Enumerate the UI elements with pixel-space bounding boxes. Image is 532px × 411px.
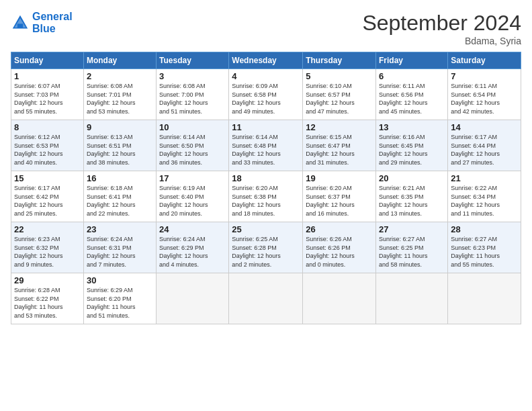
day-cell-17: 17Sunrise: 6:19 AM Sunset: 6:40 PM Dayli…	[157, 171, 229, 222]
logo-text: General Blue	[32, 11, 73, 34]
header-saturday: Saturday	[448, 52, 521, 69]
empty-cell	[229, 273, 303, 324]
header-tuesday: Tuesday	[157, 52, 229, 69]
calendar-week-1: 8Sunrise: 6:12 AM Sunset: 6:53 PM Daylig…	[11, 120, 521, 171]
day-number: 17	[159, 173, 226, 183]
day-number: 4	[232, 71, 300, 81]
calendar-header-row: SundayMondayTuesdayWednesdayThursdayFrid…	[11, 52, 521, 69]
calendar-week-2: 15Sunrise: 6:17 AM Sunset: 6:42 PM Dayli…	[11, 171, 521, 222]
day-cell-19: 19Sunrise: 6:20 AM Sunset: 6:37 PM Dayli…	[303, 171, 376, 222]
day-cell-30: 30Sunrise: 6:29 AM Sunset: 6:20 PM Dayli…	[83, 273, 156, 324]
day-cell-3: 3Sunrise: 6:08 AM Sunset: 7:00 PM Daylig…	[157, 69, 229, 120]
day-number: 12	[306, 122, 373, 132]
day-number: 3	[159, 71, 226, 81]
day-number: 13	[379, 122, 445, 132]
day-number: 19	[306, 173, 373, 183]
day-number: 24	[159, 224, 226, 234]
day-number: 30	[87, 275, 153, 285]
day-info: Sunrise: 6:10 AM Sunset: 6:57 PM Dayligh…	[306, 82, 373, 116]
day-cell-29: 29Sunrise: 6:28 AM Sunset: 6:22 PM Dayli…	[11, 273, 84, 324]
day-info: Sunrise: 6:13 AM Sunset: 6:51 PM Dayligh…	[87, 133, 153, 167]
day-info: Sunrise: 6:12 AM Sunset: 6:53 PM Dayligh…	[14, 133, 81, 167]
month-title: September 2024	[362, 11, 521, 36]
day-info: Sunrise: 6:15 AM Sunset: 6:47 PM Dayligh…	[306, 133, 373, 167]
day-number: 25	[232, 224, 300, 234]
calendar-week-3: 22Sunrise: 6:23 AM Sunset: 6:32 PM Dayli…	[11, 222, 521, 273]
day-number: 26	[306, 224, 373, 234]
header-monday: Monday	[83, 52, 156, 69]
page: General Blue September 2024 Bdama, Syria…	[0, 0, 532, 411]
calendar-week-0: 1Sunrise: 6:07 AM Sunset: 7:03 PM Daylig…	[11, 69, 521, 120]
day-cell-25: 25Sunrise: 6:25 AM Sunset: 6:28 PM Dayli…	[229, 222, 303, 273]
day-cell-22: 22Sunrise: 6:23 AM Sunset: 6:32 PM Dayli…	[11, 222, 84, 273]
day-info: Sunrise: 6:20 AM Sunset: 6:37 PM Dayligh…	[306, 184, 373, 218]
logo: General Blue	[11, 11, 73, 34]
day-info: Sunrise: 6:17 AM Sunset: 6:42 PM Dayligh…	[14, 184, 81, 218]
header: General Blue September 2024 Bdama, Syria	[11, 11, 521, 46]
day-cell-24: 24Sunrise: 6:24 AM Sunset: 6:29 PM Dayli…	[157, 222, 229, 273]
day-cell-13: 13Sunrise: 6:16 AM Sunset: 6:45 PM Dayli…	[376, 120, 448, 171]
day-number: 15	[14, 173, 81, 183]
day-info: Sunrise: 6:26 AM Sunset: 6:26 PM Dayligh…	[306, 235, 373, 269]
calendar-week-4: 29Sunrise: 6:28 AM Sunset: 6:22 PM Dayli…	[11, 273, 521, 324]
day-number: 29	[14, 275, 81, 285]
day-info: Sunrise: 6:28 AM Sunset: 6:22 PM Dayligh…	[14, 286, 81, 320]
day-cell-28: 28Sunrise: 6:27 AM Sunset: 6:23 PM Dayli…	[448, 222, 521, 273]
day-cell-18: 18Sunrise: 6:20 AM Sunset: 6:38 PM Dayli…	[229, 171, 303, 222]
day-info: Sunrise: 6:27 AM Sunset: 6:25 PM Dayligh…	[379, 235, 445, 269]
day-cell-9: 9Sunrise: 6:13 AM Sunset: 6:51 PM Daylig…	[83, 120, 156, 171]
day-cell-14: 14Sunrise: 6:17 AM Sunset: 6:44 PM Dayli…	[448, 120, 521, 171]
day-number: 21	[451, 173, 518, 183]
day-info: Sunrise: 6:09 AM Sunset: 6:58 PM Dayligh…	[232, 82, 300, 116]
header-friday: Friday	[376, 52, 448, 69]
empty-cell	[448, 273, 521, 324]
day-info: Sunrise: 6:24 AM Sunset: 6:31 PM Dayligh…	[87, 235, 153, 269]
day-info: Sunrise: 6:23 AM Sunset: 6:32 PM Dayligh…	[14, 235, 81, 269]
location: Bdama, Syria	[362, 36, 521, 46]
header-sunday: Sunday	[11, 52, 84, 69]
svg-rect-2	[17, 24, 23, 28]
day-info: Sunrise: 6:08 AM Sunset: 7:00 PM Dayligh…	[159, 82, 226, 116]
day-info: Sunrise: 6:08 AM Sunset: 7:01 PM Dayligh…	[87, 82, 153, 116]
day-number: 11	[232, 122, 300, 132]
day-cell-4: 4Sunrise: 6:09 AM Sunset: 6:58 PM Daylig…	[229, 69, 303, 120]
calendar-table: SundayMondayTuesdayWednesdayThursdayFrid…	[11, 52, 521, 324]
day-cell-20: 20Sunrise: 6:21 AM Sunset: 6:35 PM Dayli…	[376, 171, 448, 222]
day-cell-15: 15Sunrise: 6:17 AM Sunset: 6:42 PM Dayli…	[11, 171, 84, 222]
day-number: 6	[379, 71, 445, 81]
day-info: Sunrise: 6:20 AM Sunset: 6:38 PM Dayligh…	[232, 184, 300, 218]
day-info: Sunrise: 6:16 AM Sunset: 6:45 PM Dayligh…	[379, 133, 445, 167]
day-cell-5: 5Sunrise: 6:10 AM Sunset: 6:57 PM Daylig…	[303, 69, 376, 120]
day-info: Sunrise: 6:19 AM Sunset: 6:40 PM Dayligh…	[159, 184, 226, 218]
empty-cell	[303, 273, 376, 324]
header-thursday: Thursday	[303, 52, 376, 69]
day-number: 14	[451, 122, 518, 132]
empty-cell	[157, 273, 229, 324]
header-wednesday: Wednesday	[229, 52, 303, 69]
day-number: 23	[87, 224, 153, 234]
day-number: 8	[14, 122, 81, 132]
day-cell-8: 8Sunrise: 6:12 AM Sunset: 6:53 PM Daylig…	[11, 120, 84, 171]
day-number: 16	[87, 173, 153, 183]
day-cell-16: 16Sunrise: 6:18 AM Sunset: 6:41 PM Dayli…	[83, 171, 156, 222]
day-cell-2: 2Sunrise: 6:08 AM Sunset: 7:01 PM Daylig…	[83, 69, 156, 120]
day-number: 1	[14, 71, 81, 81]
day-cell-1: 1Sunrise: 6:07 AM Sunset: 7:03 PM Daylig…	[11, 69, 84, 120]
day-number: 9	[87, 122, 153, 132]
day-number: 20	[379, 173, 445, 183]
day-cell-21: 21Sunrise: 6:22 AM Sunset: 6:34 PM Dayli…	[448, 171, 521, 222]
day-info: Sunrise: 6:17 AM Sunset: 6:44 PM Dayligh…	[451, 133, 518, 167]
day-cell-26: 26Sunrise: 6:26 AM Sunset: 6:26 PM Dayli…	[303, 222, 376, 273]
day-cell-10: 10Sunrise: 6:14 AM Sunset: 6:50 PM Dayli…	[157, 120, 229, 171]
day-info: Sunrise: 6:14 AM Sunset: 6:48 PM Dayligh…	[232, 133, 300, 167]
day-info: Sunrise: 6:14 AM Sunset: 6:50 PM Dayligh…	[159, 133, 226, 167]
day-info: Sunrise: 6:25 AM Sunset: 6:28 PM Dayligh…	[232, 235, 300, 269]
day-info: Sunrise: 6:11 AM Sunset: 6:54 PM Dayligh…	[451, 82, 518, 116]
empty-cell	[376, 273, 448, 324]
day-info: Sunrise: 6:29 AM Sunset: 6:20 PM Dayligh…	[87, 286, 153, 320]
day-number: 7	[451, 71, 518, 81]
day-info: Sunrise: 6:21 AM Sunset: 6:35 PM Dayligh…	[379, 184, 445, 218]
day-cell-23: 23Sunrise: 6:24 AM Sunset: 6:31 PM Dayli…	[83, 222, 156, 273]
day-number: 10	[159, 122, 226, 132]
title-section: September 2024 Bdama, Syria	[362, 11, 521, 46]
